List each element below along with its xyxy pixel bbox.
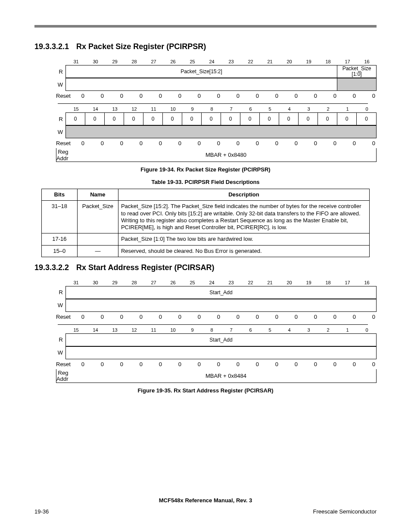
reg-addr-value: MBAR + 0x8484 [71, 369, 381, 383]
th-desc: Description [118, 189, 369, 201]
th-name: Name [77, 189, 118, 201]
figure-caption-2: Figure 19-35. Rx Start Address Register … [34, 387, 377, 394]
reg-addr-value: MBAR + 0x8480 [71, 148, 381, 162]
row-label-reset: Reset [56, 91, 73, 101]
bit-numbers-low: 1514131211109876543210 [56, 106, 377, 112]
register-diagram-pcirsar-low: 1514131211109876543210 R Start_Add W Res… [56, 327, 377, 383]
page: 19.3.3.2.1 Rx Packet Size Register (PCIR… [0, 0, 411, 532]
section-number: 19.3.3.2.1 [34, 42, 69, 51]
field-packet-size-1-0: Packet_Size [1:0] [337, 65, 376, 78]
section-title: Rx Packet Size Register (PCIRPSR) [76, 42, 206, 51]
register-diagram-pcirpsr-low: 1514131211109876543210 R 000000000000000… [56, 106, 377, 162]
header-rule [34, 25, 377, 28]
field-packet-size-15-2: Packet_Size[15:2] [66, 65, 337, 78]
write-row-low: W [56, 346, 377, 359]
section-heading-2: 19.3.3.2.2 Rx Start Address Register (PC… [34, 263, 377, 272]
figure-caption-1: Figure 19-34. Rx Packet Size Register (P… [34, 166, 377, 173]
write-row-high: W [56, 78, 377, 91]
bit-numbers-low: 1514131211109876543210 [56, 327, 377, 333]
table-row: 15–0 — Reserved, should be cleared. No B… [41, 245, 369, 257]
reg-addr-row: Reg Addr MBAR + 0x8484 [56, 369, 377, 383]
reset-row-low: Reset 0000000000000000 [56, 138, 377, 148]
row-label-r: R [56, 65, 65, 78]
section-number: 19.3.3.2.2 [34, 263, 69, 272]
reset-row-high: Reset 0000000000000000 [56, 312, 377, 322]
row-label-reg-addr: Reg Addr [56, 369, 71, 383]
read-row-low: R Start_Add [56, 333, 377, 346]
write-row-low: W [56, 125, 377, 138]
write-shaded [337, 78, 376, 90]
section-title: Rx Start Address Register (PCIRSAR) [76, 263, 214, 272]
register-diagram-pcirpsr: 31302928272625242322212019181716 R Packe… [56, 58, 377, 101]
field-start-add-high: Start_Add [66, 286, 376, 299]
separator [58, 324, 368, 325]
reset-row-low: Reset 0000000000000000 [56, 359, 377, 369]
section-heading-1: 19.3.3.2.1 Rx Packet Size Register (PCIR… [34, 42, 377, 51]
bit-numbers-high: 31302928272625242322212019181716 [56, 58, 377, 65]
read-row-high: R Start_Add [56, 286, 377, 299]
footer-doc-title: MCF548x Reference Manual, Rev. 3 [0, 497, 411, 504]
field-description-table: Bits Name Description 31–18 Packet_Size … [41, 189, 370, 257]
row-label-w: W [56, 78, 65, 91]
page-number: 19-36 [34, 508, 49, 515]
th-bits: Bits [41, 189, 77, 201]
write-row-high: W [56, 299, 377, 312]
table-row: 31–18 Packet_Size Packet_Size [15:2]. Th… [41, 201, 369, 233]
separator [58, 103, 368, 104]
table-caption-1: Table 19-33. PCIRPSR Field Descriptions [34, 179, 377, 185]
read-row-high: R Packet_Size[15:2] Packet_Size [1:0] [56, 65, 377, 78]
company-name: Freescale Semiconductor [313, 508, 377, 515]
bit-numbers-high: 31302928272625242322212019181716 [56, 279, 377, 286]
field-start-add-low: Start_Add [66, 334, 376, 346]
reg-addr-row: Reg Addr MBAR + 0x8480 [56, 148, 377, 162]
footer-row: 19-36 Freescale Semiconductor [34, 508, 377, 515]
table-row: 17-16 Packet_Size [1:0] The two low bits… [41, 233, 369, 245]
register-diagram-pcirsar: 31302928272625242322212019181716 R Start… [56, 279, 377, 322]
row-label-reg-addr: Reg Addr [56, 148, 71, 162]
reserved-shaded [66, 126, 376, 138]
reset-row-high: Reset 0000000000000000 [56, 91, 377, 101]
read-row-low: R 0000000000000000 [56, 112, 377, 125]
